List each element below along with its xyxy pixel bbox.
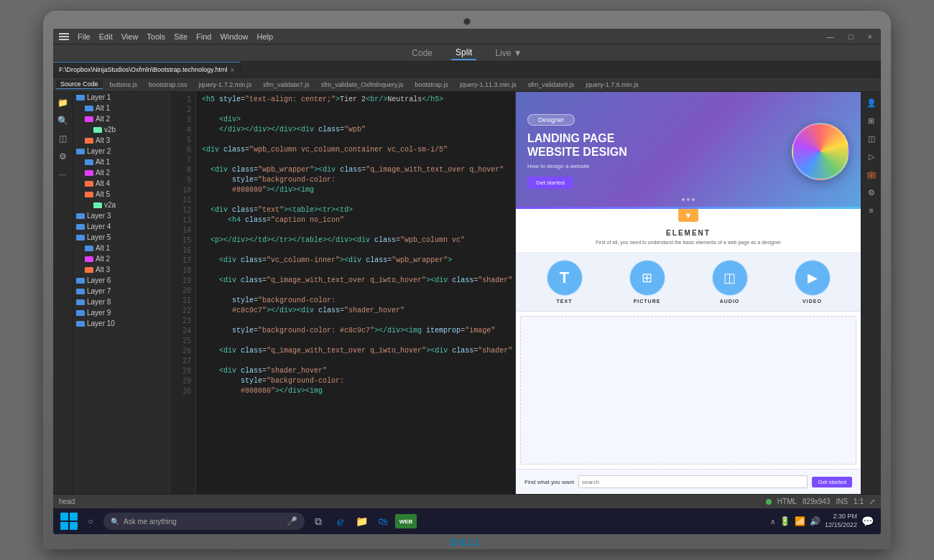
live-btn[interactable]: Live ▼ [491,47,526,60]
right-icon-6[interactable]: ⚙ [864,185,879,200]
preview-hero: Designer LANDING PAGEWEBSITE DESIGN How … [516,92,861,207]
taskbar: ○ 🔍 Ask me anything 🎤 ⧉ ℯ 📁 🛍 WEB ∧ 🔋 📶 [53,508,881,534]
hero-subtitle: How to design a website [527,163,792,169]
menu-help[interactable]: Help [257,32,274,41]
win-minimize[interactable]: — [823,32,837,41]
file-path: F:\Dropbox\NinjaStudios\Oxfmln\Bootstrap… [59,66,227,73]
status-tag: head [59,498,75,505]
right-icon-3[interactable]: ◫ [864,131,879,146]
view-mode-bar: Code Split Live ▼ [53,45,881,62]
code-content[interactable]: <h5 style="text-align: center;">Tier 2<b… [196,92,515,494]
icon-audio: ◫ AUDIO [712,260,748,304]
taskbar-clock[interactable]: 2:30 PM 12/15/2022 [825,513,857,529]
taskbar-explorer-icon[interactable]: 📁 [352,512,371,531]
menu-view[interactable]: View [121,32,139,41]
laptop-shell: File Edit View Tools Site Find Window He… [43,11,891,549]
tray-volume[interactable]: 🔊 [810,516,820,526]
taskbar-edge-icon[interactable]: ℯ [330,512,349,531]
subtab-6[interactable]: bootstrap.js [411,80,453,89]
layer1-label: Layer 1 [87,93,111,101]
code-btn[interactable]: Code [407,47,437,60]
code-editor[interactable]: 12345 678910 1112131415 1617181920 21222… [170,92,516,494]
menu-window[interactable]: Window [220,32,248,41]
menu-find[interactable]: Find [196,32,211,41]
taskbar-search[interactable]: 🔍 Ask me anything 🎤 [103,513,305,530]
tray-notifications[interactable]: 💬 [861,515,874,527]
subtab-7[interactable]: jquery-1.11.3.min.js [456,80,521,89]
right-icon-1[interactable]: 👤 [864,95,879,111]
icon-picture: ⊞ PICTURE [629,260,665,304]
preview-panel: Designer LANDING PAGEWEBSITE DESIGN How … [516,92,861,494]
system-tray: ∧ 🔋 📶 🔊 2:30 PM 12/15/2022 💬 [770,513,874,529]
sidebar-icon-files[interactable]: 📁 [55,95,71,111]
taskbar-store-icon[interactable]: 🛍 [374,512,392,531]
file-panel: Layer 1 Alt 1 Alt 2 v2b [73,92,170,494]
laptop-screen: File Edit View Tools Site Find Window He… [53,29,881,534]
taskbar-search-icon: 🔍 [111,518,119,526]
sidebar-icon-settings[interactable]: ⚙ [55,149,71,164]
active-file-tab[interactable]: F:\Dropbox\NinjaStudios\Oxfmln\Bootstrap… [53,62,241,77]
split-btn[interactable]: Split [451,46,476,60]
layer1[interactable]: Layer 1 [73,92,170,103]
right-icon-5[interactable]: 💼 [864,167,879,182]
element-section: ELEMENT First of all, you need to unders… [516,222,861,253]
tray-wifi[interactable]: 📶 [795,516,805,526]
hero-content: Designer LANDING PAGEWEBSITE DESIGN How … [527,114,792,189]
tray-chevron[interactable]: ∧ [770,518,775,526]
menu-tools[interactable]: Tools [147,32,165,41]
menu-edit[interactable]: Edit [99,32,113,41]
sidebar-icon-search[interactable]: 🔍 [55,113,71,129]
menu-file[interactable]: File [78,32,91,41]
element-title: ELEMENT [527,229,849,237]
close-tab-icon[interactable]: × [230,66,234,74]
left-sidebar: 📁 🔍 ◫ ⚙ ··· [53,92,73,494]
hero-get-started-btn[interactable]: Get started [527,177,573,189]
icon-audio-circle: ◫ [712,260,748,296]
element-desc: First of all, you need to understand the… [527,239,849,246]
right-icon-4[interactable]: ▷ [864,149,879,164]
subtab-2[interactable]: bootstrap.css [144,80,192,89]
taskbar-task-view[interactable]: ⧉ [309,512,328,531]
layer1-alt2[interactable]: Alt 2 [73,113,170,124]
designer-badge: Designer [527,114,575,126]
icon-video-circle: ▶ [795,260,831,296]
icon-audio-label: AUDIO [720,299,740,304]
file-tab-bar: F:\Dropbox\NinjaStudios\Oxfmln\Bootstrap… [53,62,881,78]
menu-bar: File Edit View Tools Site Find Window He… [53,29,881,45]
subtab-4[interactable]: sfm_validate7.js [259,80,314,89]
sidebar-icon-more[interactable]: ··· [55,167,71,182]
code-scroll-area[interactable]: 12345 678910 1112131415 1617181920 21222… [170,92,515,494]
taskbar-mic-icon[interactable]: 🎤 [287,516,297,526]
right-icon-7[interactable]: ≡ [864,202,879,218]
win-close[interactable]: × [865,32,875,41]
start-button[interactable] [60,513,78,530]
subtab-9[interactable]: jquery-1.7.6.min.js [581,80,643,89]
taskbar-web-badge[interactable]: WEB [395,514,417,528]
icon-picture-circle: ⊞ [629,260,665,296]
sidebar-icon-layers[interactable]: ◫ [55,131,71,146]
hamburger-icon[interactable] [59,33,69,40]
status-scale: 1:1 [854,498,864,505]
right-icon-2[interactable]: ⊞ [864,113,879,129]
subtab-1[interactable]: buttons.js [106,80,142,89]
win-restore[interactable]: □ [846,32,856,41]
subtab-5[interactable]: sfm_validate_Oxfmlnquery.js [317,80,408,89]
tray-battery[interactable]: 🔋 [780,516,790,526]
subtab-8[interactable]: sfm_validate9.js [524,80,579,89]
layer1-alt3[interactable]: Alt 3 [73,135,170,146]
layer2[interactable]: Layer 2 [73,146,170,157]
icon-video-label: VIDEO [803,299,822,304]
layer1-v2b[interactable]: v2b [73,124,170,135]
status-dimensions: 829x943 [803,498,830,505]
hero-sphere [792,123,849,180]
search-input[interactable] [578,475,808,488]
cortana-icon[interactable]: ○ [82,513,99,530]
line-numbers: 12345 678910 1112131415 1617181920 21222… [170,92,196,494]
status-bar: head HTML 829x943 INS 1:1 ⤢ [53,494,881,508]
menu-site[interactable]: Site [174,32,188,41]
layer1-alt1[interactable]: Alt 1 [73,103,170,113]
search-get-started-btn[interactable]: Get started [812,477,852,487]
status-icon-resize[interactable]: ⤢ [869,498,875,505]
subtab-source[interactable]: Source Code [56,80,103,89]
subtab-3[interactable]: jquery-1.7.2.min.js [195,80,256,89]
